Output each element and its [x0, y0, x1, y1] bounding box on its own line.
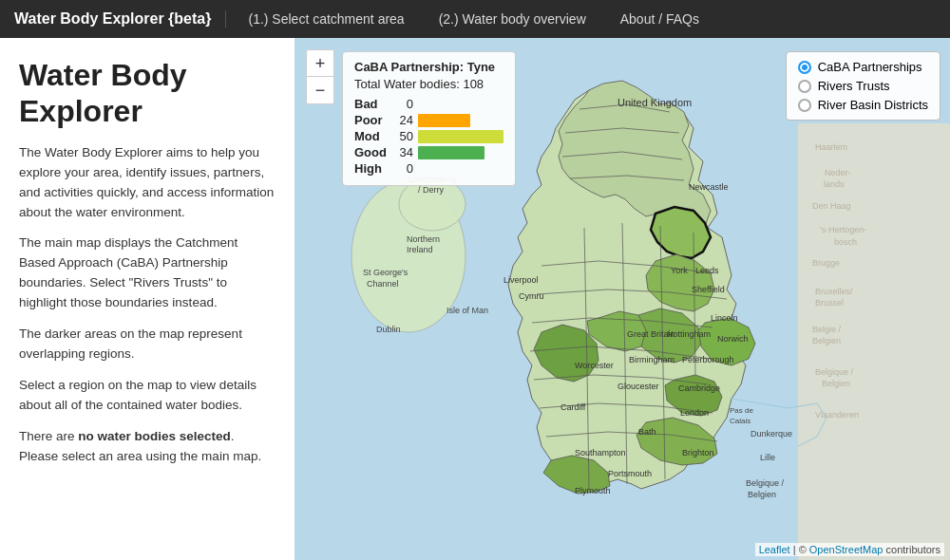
svg-text:Norwich: Norwich: [717, 334, 749, 344]
svg-text:Lille: Lille: [760, 453, 775, 462]
svg-text:Plymouth: Plymouth: [575, 486, 611, 495]
svg-text:Isle of Man: Isle of Man: [446, 306, 488, 315]
svg-text:Great Britain: Great Britain: [627, 329, 675, 339]
svg-text:Cambridge: Cambridge: [678, 383, 720, 393]
radio-caba-label: CaBA Partnerships: [818, 60, 922, 74]
svg-text:Cardiff: Cardiff: [560, 402, 586, 412]
svg-text:Sheffield: Sheffield: [692, 285, 725, 294]
legend-row-mod: Mod 50: [354, 129, 504, 143]
radio-rivers-circle: [798, 80, 811, 93]
svg-text:Bath: Bath: [638, 427, 656, 437]
total-water-bodies: Total Water bodies: 108: [354, 77, 504, 91]
legend-row-high: High 0: [354, 161, 504, 176]
svg-text:Leeds: Leeds: [695, 266, 719, 275]
legend-row-poor: Poor 24: [354, 113, 504, 127]
radio-caba[interactable]: CaBA Partnerships: [798, 60, 928, 74]
app-brand: Water Body Explorer {beta}: [10, 10, 226, 28]
svg-text:Cymru: Cymru: [519, 291, 544, 301]
radio-basin-circle: [798, 99, 811, 112]
nav-water-overview[interactable]: (2.) Water body overview: [422, 0, 603, 38]
page-title: Water Body Explorer: [19, 57, 276, 130]
legend-bar-poor: [418, 114, 470, 127]
attribution-suffix: contributors: [886, 544, 940, 555]
legend-bar-mod: [418, 130, 504, 143]
sidebar: Water Body Explorer The Water Body Explo…: [0, 38, 294, 560]
svg-text:Birmingham: Birmingham: [629, 355, 674, 364]
svg-rect-52: [798, 123, 950, 560]
main-layout: Water Body Explorer The Water Body Explo…: [0, 38, 950, 560]
svg-text:Brighton: Brighton: [682, 448, 714, 457]
svg-text:/ Derry: / Derry: [418, 185, 445, 195]
map-attribution: Leaflet | © OpenStreetMap contributors: [755, 543, 944, 556]
svg-text:Channel: Channel: [367, 279, 399, 289]
svg-text:Ireland: Ireland: [407, 245, 433, 254]
svg-text:Liverpool: Liverpool: [504, 275, 539, 285]
sidebar-para-4: Select a region on the map to view detai…: [19, 376, 276, 416]
svg-text:London: London: [680, 408, 709, 418]
svg-text:Peterborough: Peterborough: [682, 355, 734, 364]
legend-row-bad: Bad 0: [354, 97, 504, 111]
radio-rivers-label: Rivers Trusts: [818, 79, 890, 93]
svg-text:Calais: Calais: [730, 417, 750, 425]
svg-text:Lincoln: Lincoln: [711, 313, 738, 323]
sidebar-para-2: The main map displays the Catchment Base…: [19, 233, 276, 313]
svg-text:Dunkerque: Dunkerque: [750, 429, 792, 439]
svg-text:St George's: St George's: [363, 268, 408, 277]
svg-text:Newcastle: Newcastle: [689, 182, 729, 192]
zoom-controls: + −: [306, 49, 334, 104]
radio-basin-label: River Basin Districts: [818, 98, 928, 112]
sidebar-para-5: There are no water bodies selected. Plea…: [19, 427, 276, 467]
zoom-in-button[interactable]: +: [307, 50, 333, 77]
svg-text:Pas de: Pas de: [730, 406, 753, 415]
map-legend: CaBA Partnership: Tyne Total Water bodie…: [342, 51, 516, 186]
nav-about[interactable]: About / FAQs: [603, 0, 716, 38]
radio-caba-circle: [798, 61, 811, 74]
svg-text:Northern: Northern: [407, 234, 440, 244]
svg-text:Worcester: Worcester: [575, 361, 614, 370]
radio-legend: CaBA Partnerships Rivers Trusts River Ba…: [786, 51, 940, 121]
svg-text:Belgien: Belgien: [748, 490, 776, 499]
nav-select-catchment[interactable]: (1.) Select catchment area: [231, 0, 421, 38]
radio-basin[interactable]: River Basin Districts: [798, 98, 928, 112]
svg-text:Belgique /: Belgique /: [746, 478, 785, 488]
svg-text:Southampton: Southampton: [575, 448, 626, 457]
zoom-out-button[interactable]: −: [307, 77, 333, 103]
svg-text:York: York: [671, 266, 688, 275]
svg-text:Gloucester: Gloucester: [618, 382, 659, 391]
leaflet-link[interactable]: Leaflet: [759, 544, 790, 555]
legend-row-good: Good 34: [354, 145, 504, 159]
navbar: Water Body Explorer {beta} (1.) Select c…: [0, 0, 950, 38]
svg-text:Portsmouth: Portsmouth: [608, 469, 652, 478]
sidebar-para-3: The darker areas on the map represent ov…: [19, 325, 276, 364]
map-container[interactable]: + − CaBA Partnership: Tyne Total Water b…: [294, 38, 950, 560]
osm-link[interactable]: OpenStreetMap: [809, 544, 884, 555]
sidebar-para-1: The Water Body Explorer aims to help you…: [19, 143, 276, 223]
svg-text:Dublin: Dublin: [376, 325, 401, 334]
svg-text:United Kingdom: United Kingdom: [618, 97, 692, 108]
partnership-name: CaBA Partnership: Tyne: [354, 60, 504, 74]
radio-rivers[interactable]: Rivers Trusts: [798, 79, 928, 93]
no-bodies-bold: no water bodies selected: [78, 429, 231, 443]
legend-bar-good: [418, 146, 484, 159]
